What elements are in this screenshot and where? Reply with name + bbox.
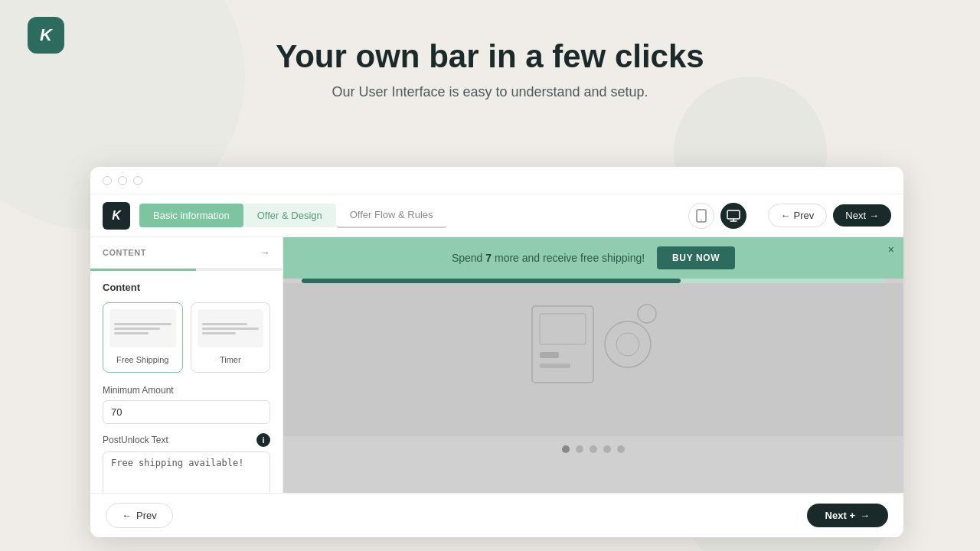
- postunlock-row: PostUnlock Text i: [103, 433, 270, 447]
- svg-rect-4: [540, 314, 586, 344]
- content-type-free-shipping[interactable]: Free Shipping: [103, 302, 183, 373]
- header-nav-buttons: ← Prev Next →: [768, 204, 891, 227]
- pagination-dots: [283, 436, 903, 462]
- info-letter: i: [262, 435, 264, 445]
- svg-rect-2: [727, 210, 740, 219]
- sidebar-content: Content Free Shipping: [90, 271, 283, 493]
- next-arrow-header: →: [869, 210, 879, 221]
- svg-rect-6: [540, 364, 570, 368]
- next-button-bottom[interactable]: Next + →: [807, 504, 888, 527]
- dot-2[interactable]: [576, 445, 583, 453]
- postunlock-text-label: PostUnlock Text: [103, 435, 168, 445]
- prev-arrow-header: ←: [781, 210, 791, 221]
- prev-button-header[interactable]: ← Prev: [768, 204, 828, 227]
- postunlock-textarea[interactable]: Free shipping available!: [103, 452, 270, 493]
- svg-point-9: [638, 305, 656, 323]
- mobile-icon: [696, 209, 707, 223]
- sidebar-section-label: CONTENT: [103, 248, 146, 257]
- header-section: Your own bar in a few clicks Our User In…: [0, 38, 980, 100]
- step-basic-information[interactable]: Basic information: [139, 204, 243, 227]
- dot-5[interactable]: [617, 445, 625, 453]
- announcement-message: Spend 7 more and receive free shipping!: [452, 252, 645, 264]
- window-chrome: [90, 167, 903, 194]
- minimum-amount-label: Minimum Amount: [103, 385, 270, 396]
- steps-nav: Basic information Offer & Design Offer F…: [139, 203, 679, 228]
- app-logo-small: K: [103, 202, 130, 230]
- app-window: K Basic information Offer & Design Offer…: [90, 167, 903, 537]
- desktop-icon: [727, 210, 740, 222]
- svg-rect-5: [540, 352, 559, 358]
- info-icon: i: [256, 433, 270, 447]
- dot-3[interactable]: [590, 445, 597, 453]
- main-title: Your own bar in a few clicks: [0, 38, 980, 75]
- next-label-header: Next: [845, 210, 866, 221]
- store-preview-svg: [486, 291, 701, 429]
- content-types: Free Shipping Timer: [103, 302, 270, 373]
- bottom-bar: ← Prev Next + →: [90, 493, 903, 537]
- timer-mockup: [198, 318, 264, 339]
- step-flow-label: Offer Flow & Rules: [350, 209, 433, 220]
- svg-point-1: [701, 219, 702, 220]
- dot-1[interactable]: [562, 445, 570, 453]
- prev-arrow-bottom: ←: [122, 510, 132, 521]
- free-shipping-icon-preview: [109, 309, 176, 347]
- timer-label: Timer: [220, 355, 241, 364]
- free-shipping-mockup: [109, 318, 176, 339]
- next-button-header[interactable]: Next →: [833, 204, 891, 227]
- sub-title: Our User Interface is easy to understand…: [0, 84, 980, 100]
- window-dot-1: [103, 176, 112, 185]
- content-section-label: Content: [103, 282, 270, 293]
- app-logo-letter: K: [112, 209, 121, 223]
- step-offer-label: Offer & Design: [257, 210, 322, 221]
- sidebar-header: CONTENT →: [90, 237, 283, 269]
- minimum-amount-input[interactable]: [103, 400, 270, 424]
- svg-point-8: [616, 333, 639, 356]
- buy-now-button[interactable]: BUY NOW: [657, 246, 735, 269]
- sidebar-arrow-icon: →: [260, 246, 270, 259]
- next-arrow-bottom: →: [860, 510, 870, 521]
- spend-amount: 7: [485, 252, 492, 264]
- mobile-view-button[interactable]: [688, 203, 714, 229]
- content-type-timer[interactable]: Timer: [191, 302, 271, 373]
- prev-button-bottom[interactable]: ← Prev: [106, 503, 173, 528]
- device-icons: [688, 203, 746, 229]
- sidebar: CONTENT → Content: [90, 237, 283, 493]
- preview-placeholder: [283, 283, 903, 436]
- app-header: K Basic information Offer & Design Offer…: [90, 194, 903, 237]
- free-shipping-label: Free Shipping: [116, 355, 169, 364]
- step-offer-flow[interactable]: Offer Flow & Rules: [336, 203, 447, 228]
- announcement-bar: Spend 7 more and receive free shipping! …: [283, 237, 903, 279]
- prev-label-bottom: Prev: [136, 510, 157, 521]
- desktop-view-button[interactable]: [720, 203, 746, 229]
- window-dot-3: [133, 176, 142, 185]
- close-announcement-button[interactable]: ×: [888, 243, 894, 256]
- step-offer-design[interactable]: Offer & Design: [243, 204, 336, 227]
- preview-area: Spend 7 more and receive free shipping! …: [283, 237, 903, 493]
- prev-label-header: Prev: [794, 210, 815, 221]
- dot-4[interactable]: [603, 445, 611, 453]
- step-basic-label: Basic information: [153, 210, 230, 221]
- svg-point-7: [605, 321, 651, 367]
- window-dot-2: [118, 176, 127, 185]
- next-label-bottom: Next +: [825, 510, 855, 521]
- timer-icon-preview: [198, 309, 264, 347]
- main-content: CONTENT → Content: [90, 237, 903, 493]
